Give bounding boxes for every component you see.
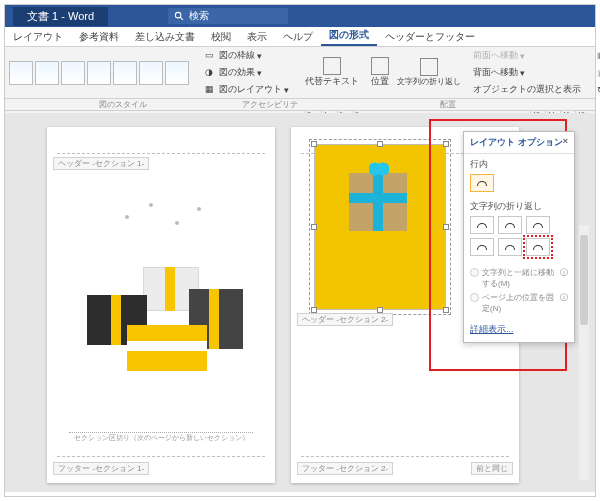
footer-section-tag: フッター -セクション 1- — [53, 462, 149, 475]
wrap-option-through[interactable] — [526, 216, 550, 234]
wrap-section-label: 文字列の折り返し — [470, 200, 568, 213]
layout-options-popup: レイアウト オプション × 行内 文字列の折り返し 文字列と一緒に移動する(M)… — [463, 131, 575, 343]
position-icon — [371, 57, 389, 75]
fix-position-radio[interactable]: ページ上の位置を固定(N) ⓘ — [470, 292, 568, 314]
resize-handle[interactable] — [377, 141, 383, 147]
tab-picture-format[interactable]: 図の形式 — [321, 26, 377, 46]
wrap-option-tight[interactable] — [498, 216, 522, 234]
picture-border-button[interactable]: ▭図の枠線 ▾ — [201, 47, 293, 64]
svg-point-0 — [175, 12, 181, 18]
document-workspace: ヘッダー -セクション 1- セクション区切り（次のページから新しいセクション）… — [5, 113, 595, 492]
style-thumb[interactable] — [9, 61, 33, 85]
header-section-tag: ヘッダー -セクション 2- — [297, 313, 393, 326]
resize-handle[interactable] — [443, 224, 449, 230]
picture-layout-button[interactable]: ▦図のレイアウト ▾ — [201, 81, 293, 98]
wrap-option-inline[interactable] — [470, 174, 494, 192]
picture-effects-button[interactable]: ◑図の効果 ▾ — [201, 64, 293, 81]
tab-view[interactable]: 表示 — [239, 28, 275, 46]
close-icon[interactable]: × — [563, 136, 568, 149]
tab-review[interactable]: 校閲 — [203, 28, 239, 46]
popup-title: レイアウト オプション — [470, 136, 563, 149]
scrollbar-thumb[interactable] — [580, 235, 588, 325]
tab-mailings[interactable]: 差し込み文書 — [127, 28, 203, 46]
tab-references[interactable]: 参考資料 — [71, 28, 127, 46]
gift-illustration — [79, 185, 244, 375]
ribbon: ▭図の枠線 ▾ ◑図の効果 ▾ ▦図のレイアウト ▾ 代替テキスト 位置 文字列… — [5, 47, 595, 99]
header-section-tag: ヘッダー -セクション 1- — [53, 157, 149, 170]
ribbon-tabs: レイアウト 参考資料 差し込み文書 校閲 表示 ヘルプ 図の形式 ヘッダーとフッ… — [5, 27, 595, 47]
section-break-label: セクション区切り（次のページから新しいセクション） — [69, 432, 253, 443]
page-1: ヘッダー -セクション 1- セクション区切り（次のページから新しいセクション）… — [47, 127, 275, 483]
vertical-scrollbar[interactable] — [579, 225, 589, 480]
resize-handle[interactable] — [311, 224, 317, 230]
move-with-text-radio[interactable]: 文字列と一緒に移動する(M) ⓘ — [470, 267, 568, 289]
search-placeholder: 検索 — [189, 9, 209, 23]
style-thumb[interactable] — [113, 61, 137, 85]
wrap-option-topbottom[interactable] — [470, 238, 494, 256]
document-title: 文書 1 - Word — [13, 7, 108, 26]
tab-layout[interactable]: レイアウト — [5, 28, 71, 46]
style-thumb[interactable] — [35, 61, 59, 85]
resize-handle[interactable] — [311, 141, 317, 147]
wrap-option-square[interactable] — [470, 216, 494, 234]
position-button[interactable]: 位置 — [371, 75, 389, 88]
picture-styles-gallery[interactable] — [5, 47, 193, 98]
send-backward-button[interactable]: 背面へ移動 ▾ — [469, 64, 585, 81]
tab-help[interactable]: ヘルプ — [275, 28, 321, 46]
style-thumb[interactable] — [139, 61, 163, 85]
tab-header-footer[interactable]: ヘッダーとフッター — [377, 28, 483, 46]
alt-text-icon — [323, 57, 341, 75]
selected-picture[interactable] — [315, 145, 445, 309]
wrap-text-button[interactable]: 文字列の折り返し — [397, 76, 461, 87]
style-thumb[interactable] — [87, 61, 111, 85]
group-label-styles: 図のスタイル — [5, 99, 240, 110]
rotate-button[interactable]: ↻ 回転 ▾ — [593, 81, 600, 98]
search-box[interactable]: 検索 — [168, 8, 288, 24]
alt-text-button[interactable]: 代替テキスト — [305, 75, 359, 88]
group-label-arrange: 配置 — [300, 99, 595, 110]
same-as-previous-tag: 前と同じ — [471, 462, 513, 475]
inline-section-label: 行内 — [470, 158, 568, 171]
title-bar: 文書 1 - Word 検索 — [5, 5, 595, 27]
style-thumb[interactable] — [165, 61, 189, 85]
selection-pane-button[interactable]: オブジェクトの選択と表示 — [469, 81, 585, 98]
svg-line-1 — [180, 17, 183, 20]
resize-handle[interactable] — [443, 141, 449, 147]
see-more-link[interactable]: 詳細表示... — [464, 321, 520, 342]
style-thumb[interactable] — [61, 61, 85, 85]
wrap-option-behind[interactable] — [498, 238, 522, 256]
align-button[interactable]: ⊫ 配置 ▾ — [593, 47, 600, 64]
group-label-accessibility: アクセシビリティ — [240, 99, 300, 110]
wrap-text-icon — [420, 58, 438, 76]
wrap-option-front[interactable] — [526, 238, 550, 256]
footer-section-tag: フッター -セクション 2- — [297, 462, 393, 475]
bring-forward-button: 前面へ移動 ▾ — [469, 47, 585, 64]
resize-handle[interactable] — [443, 307, 449, 313]
group-button: ▣ グループ化 ▾ — [593, 64, 600, 81]
search-icon — [174, 11, 185, 22]
